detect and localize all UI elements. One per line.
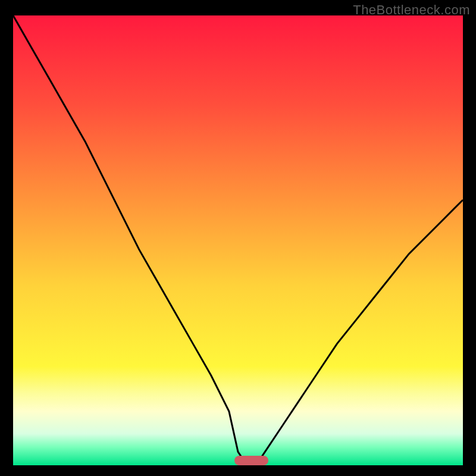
optimal-point-marker [234,456,268,465]
chart-container: TheBottleneck.com [0,0,476,476]
bottleneck-curve-svg [13,15,463,465]
bottleneck-curve [13,15,463,465]
watermark-text: TheBottleneck.com [353,2,470,18]
plot-area [13,15,463,465]
